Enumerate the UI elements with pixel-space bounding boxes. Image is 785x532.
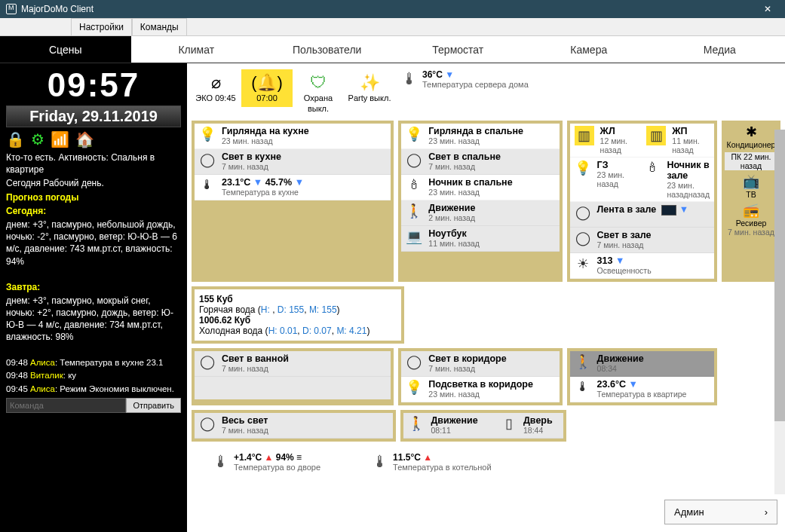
laptop-icon: 💻: [406, 228, 422, 245]
server-temp-value: 36°C: [422, 69, 443, 80]
hall-lux: ☀313 ▼Освещенность: [570, 253, 714, 279]
motion-icon: 🚶: [575, 353, 591, 370]
hall-motion: 🚶Движение08:34: [570, 351, 714, 377]
thermometer-icon: 🌡: [401, 69, 418, 89]
app-icon: [6, 4, 17, 14]
today-label: Сегодня:: [6, 206, 46, 216]
boiler-temp: 11.5°C: [393, 452, 421, 463]
hall-jp[interactable]: ▥ЖП11 мин. назад: [642, 124, 714, 157]
guard-button[interactable]: 🛡 Охрана выкл.: [293, 69, 344, 118]
lock-icon[interactable]: 🔒: [6, 130, 25, 148]
menu-commands[interactable]: Команды: [132, 18, 187, 36]
clock-time: 09:57: [6, 66, 181, 104]
bedroom-nightlight[interactable]: 🕯Ночник в спальне23 мин. назад: [401, 175, 559, 200]
hall-light[interactable]: ◯Свет в зале7 мин. назад: [570, 228, 714, 253]
motion-icon: 🚶: [406, 203, 422, 219]
trend-up-icon: ▲: [265, 452, 274, 463]
command-input[interactable]: [6, 398, 126, 413]
trend-up-icon: ▲: [423, 452, 432, 463]
eco-button[interactable]: ⌀ ЭКО 09:45: [190, 69, 241, 107]
forecast-tomorrow: днем: +3°, пасмурно, мокрый снег, ночью:…: [6, 295, 181, 344]
party-icon: ✨: [346, 73, 393, 93]
bulb-icon: ◯: [575, 230, 591, 246]
menu-settings[interactable]: Настройки: [71, 18, 132, 36]
thermometer-icon: 🌡: [372, 452, 388, 472]
kitchen-garland[interactable]: 💡Гирлянда на кухне23 мин. назад: [195, 124, 391, 149]
corridor-door: ▯Дверь18:44: [496, 413, 563, 439]
admin-button[interactable]: Админ ›: [664, 500, 777, 524]
color-swatch[interactable]: [661, 205, 676, 216]
close-icon[interactable]: ✕: [756, 4, 779, 14]
hall-gz[interactable]: 💡ГЗ23 мин. назад: [570, 157, 640, 202]
tab-thermostat[interactable]: Термостат: [393, 36, 524, 63]
ac-button[interactable]: ✱Кондиционер: [725, 124, 777, 149]
bulb-icon: ◯: [199, 353, 216, 370]
eco-icon: ⌀: [192, 73, 239, 93]
kitchen-temp: 🌡23.1°C ▼ 45.7% ▼Температура в кухне: [195, 175, 391, 200]
tab-climate[interactable]: Климат: [131, 36, 262, 63]
corridor-motion: 🚶Движение08:11: [403, 413, 495, 439]
night-lamp-icon: 🕯: [644, 160, 661, 176]
outdoor-temp: +1.4°C: [234, 452, 262, 463]
gear-icon[interactable]: ⚙: [31, 130, 44, 148]
kitchen-light[interactable]: ◯Свет в кухне7 мин. назад: [195, 149, 391, 175]
bulb-icon: ◯: [406, 151, 422, 168]
all-light[interactable]: ◯Весь свет7 мин. назад: [195, 413, 393, 439]
log-row: 09:45 Алиса: Режим Экономия выключен.: [6, 384, 181, 396]
server-temp-label: Температура сервера дома: [422, 80, 529, 89]
bedroom-garland[interactable]: 💡Гирлянда в спальне23 мин. назад: [401, 124, 559, 149]
sun-icon: ☀: [575, 255, 591, 272]
door-icon: ▯: [501, 415, 517, 432]
bath-light[interactable]: ◯Свет в ванной7 мин. назад: [195, 351, 391, 377]
bell-icon: (🔔): [244, 73, 290, 93]
bulb-icon: ◯: [575, 204, 591, 221]
bedroom-light[interactable]: ◯Свет в спальне7 мин. назад: [401, 149, 559, 175]
receiver-button[interactable]: 📻Ресивер7 мин. назад: [725, 202, 777, 237]
pc-status: ПК 22 мин. назад: [725, 152, 777, 170]
send-button[interactable]: Отправить: [126, 398, 181, 413]
window-title: MajorDoMo Client: [21, 4, 756, 14]
blind-icon: ▥: [646, 126, 666, 145]
tv-button[interactable]: 📺ТВ: [725, 173, 777, 199]
tab-media[interactable]: Медиа: [655, 36, 786, 63]
log-row: 09:48 Алиса: Температура в кухне 23.1: [6, 357, 181, 369]
forecast-header: Прогноз погоды: [6, 191, 181, 203]
bulb-icon: ◯: [199, 415, 216, 432]
chevron-right-icon: ›: [765, 506, 768, 518]
tab-users[interactable]: Пользователи: [262, 36, 393, 63]
blind-icon: ▥: [575, 126, 594, 145]
party-button[interactable]: ✨ Party выкл.: [344, 69, 395, 107]
bulb-icon: ◯: [406, 353, 422, 370]
home-icon[interactable]: 🏠: [75, 130, 94, 148]
lamp-icon: 💡: [199, 126, 216, 142]
hall-strip[interactable]: ◯Лента в зале ▼: [570, 202, 714, 228]
receiver-icon: 📻: [725, 202, 777, 219]
lamp-icon: 💡: [406, 379, 422, 396]
lamp-icon: 💡: [575, 160, 591, 176]
corridor-backlight[interactable]: 💡Подсветка в коридоре23 мин. назад: [401, 377, 559, 402]
tab-camera[interactable]: Камера: [523, 36, 655, 63]
tab-scenes[interactable]: Сцены: [0, 36, 131, 63]
bedroom-motion: 🚶Движение2 мин. назад: [401, 200, 559, 226]
hall-night[interactable]: 🕯Ночник в зале23 мин. назадназад: [639, 157, 714, 202]
tomorrow-label: Завтра:: [6, 282, 40, 292]
activity-text: Кто-то есть. Активность: Спальня в кварт…: [6, 151, 181, 176]
hall-jl[interactable]: ▥ЖЛ12 мин. назад: [570, 124, 642, 157]
hot-water-detail: Горячая вода (H: , D: 155, M: 155): [199, 304, 397, 315]
hot-water-value: 155 Куб: [199, 294, 397, 304]
tv-icon: 📺: [725, 173, 777, 190]
cold-water-detail: Холодная вода (H: 0.01, D: 0.07, M: 4.21…: [199, 326, 397, 336]
corridor-light[interactable]: ◯Свет в коридоре7 мин. назад: [401, 351, 559, 377]
trend-down-icon: ▼: [445, 69, 454, 80]
signal-icon[interactable]: 📶: [51, 130, 69, 148]
thermometer-icon: 🌡: [213, 452, 229, 472]
cold-water-value: 1006.62 Куб: [199, 315, 397, 326]
fan-icon: ✱: [725, 124, 777, 140]
alarm-button[interactable]: (🔔) 07:00: [241, 69, 293, 107]
thermometer-icon: 🌡: [199, 177, 216, 193]
menu-spacer: [2, 20, 71, 35]
shield-icon: 🛡: [295, 73, 342, 93]
bedroom-laptop: 💻Ноутбук11 мин. назад: [401, 226, 559, 252]
scrollbar[interactable]: [774, 130, 785, 494]
day-type: Сегодня Рабочий день.: [6, 177, 181, 189]
